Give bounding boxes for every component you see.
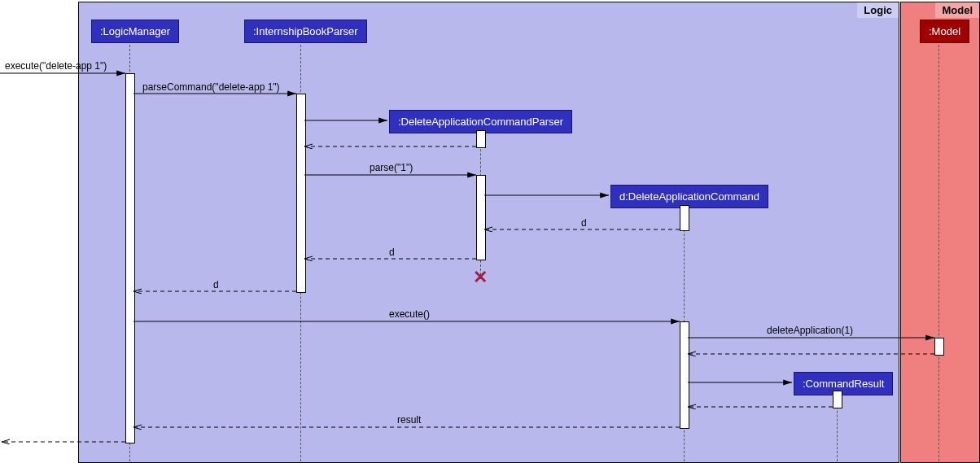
logic-frame: Logic: [78, 2, 899, 463]
msg-d2: d: [389, 247, 395, 258]
msg-deleteapp: deleteApplication(1): [767, 325, 853, 336]
participant-ibparser: :InternshipBookParser: [244, 20, 367, 43]
activation-logicmanager: [125, 73, 135, 443]
msg-execute2: execute(): [389, 308, 430, 320]
msg-parsecommand: parseCommand("delete-app 1"): [142, 81, 280, 93]
activation-model: [934, 338, 944, 356]
activation-dac-1: [680, 205, 689, 231]
logic-frame-label: Logic: [857, 2, 899, 18]
lifeline-model: [938, 41, 939, 461]
activation-dacparser-1: [476, 130, 486, 148]
participant-model: :Model: [920, 20, 969, 43]
msg-result: result: [397, 414, 421, 426]
activation-dac-2: [680, 321, 689, 429]
model-frame: Model: [900, 2, 980, 463]
msg-d3: d: [213, 279, 219, 290]
msg-parse1: parse("1"): [370, 162, 413, 173]
model-frame-label: Model: [935, 2, 979, 18]
participant-logicmanager: :LogicManager: [91, 20, 179, 43]
activation-commandresult: [833, 391, 842, 408]
activation-ibparser: [296, 94, 306, 293]
participant-commandresult: :CommandResult: [794, 372, 893, 395]
destroy-icon: ✕: [473, 267, 488, 288]
msg-d1: d: [581, 217, 587, 229]
msg-execute1: execute("delete-app 1"): [5, 60, 107, 72]
activation-dacparser-2: [476, 175, 486, 260]
